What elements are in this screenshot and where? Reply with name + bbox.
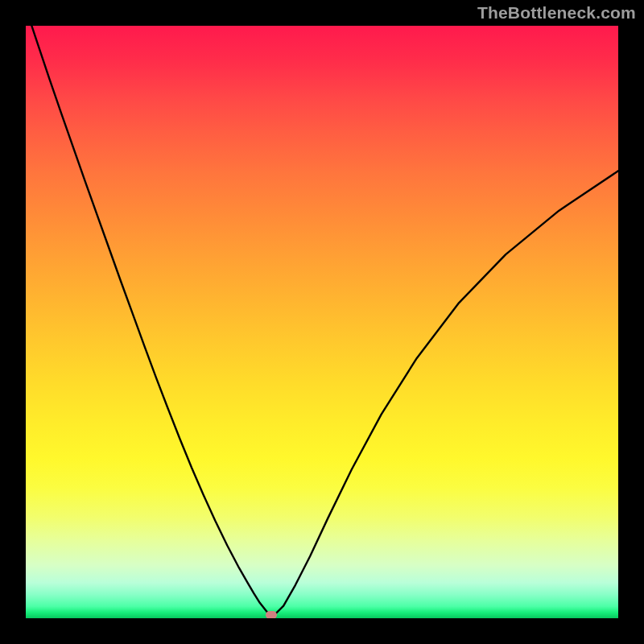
chart-frame: TheBottleneck.com (0, 0, 644, 644)
curve-svg (26, 26, 618, 618)
watermark-text: TheBottleneck.com (477, 3, 636, 23)
bottleneck-curve (26, 26, 618, 615)
plot-area (26, 26, 618, 618)
optimal-marker (266, 611, 277, 618)
